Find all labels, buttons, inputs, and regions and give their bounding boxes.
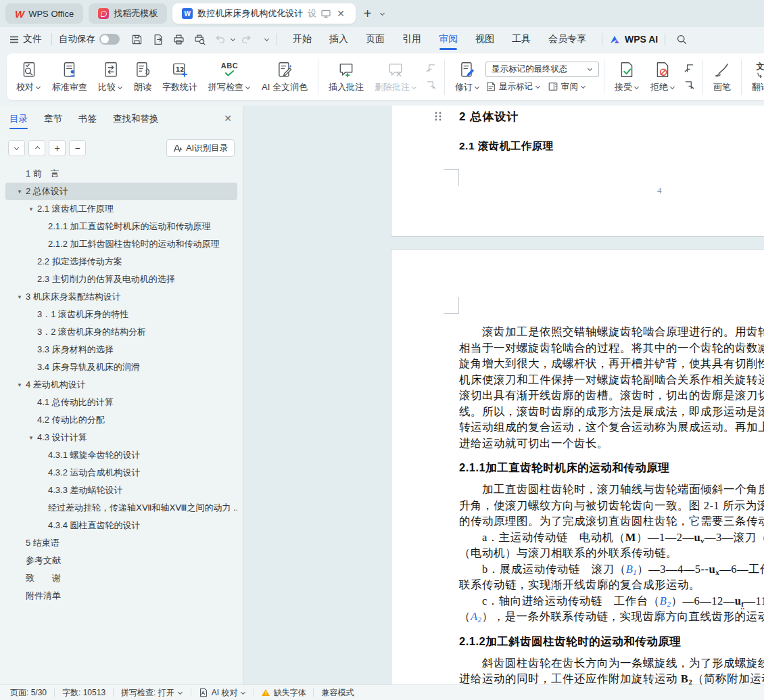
outline-item-label: 1 前 言 <box>26 168 59 180</box>
outline-item[interactable]: 4.3.4 圆柱直齿轮的设计 <box>5 517 237 534</box>
print-button[interactable] <box>168 33 189 46</box>
menu-view[interactable]: 视图 <box>467 28 503 51</box>
search-icon[interactable] <box>672 34 692 45</box>
doc-section-heading: 2.1.1加工直齿轮时机床的运动和传动原理 <box>459 459 764 475</box>
compare-button[interactable]: 比较 <box>93 58 128 96</box>
compatibility-mode-badge[interactable]: 兼容模式 <box>321 687 354 699</box>
menu-insert[interactable]: 插入 <box>320 28 357 51</box>
sidebar-tab-find-replace[interactable]: 查找和替换 <box>113 106 159 133</box>
review-pane-button[interactable]: 审阅 <box>548 81 586 93</box>
outline-item[interactable]: 3．2 滚齿机床身的结构分析 <box>5 323 237 341</box>
close-sidebar-icon[interactable]: ✕ <box>224 114 232 123</box>
file-menu-button[interactable]: 文件 <box>7 33 45 45</box>
expand-arrow-icon[interactable]: ▼ <box>17 382 26 388</box>
collapse-all-button[interactable] <box>28 140 45 156</box>
zoom-in-outline-button[interactable]: + <box>49 140 66 156</box>
outline-item[interactable]: 4.2 传动比的分配 <box>5 411 237 429</box>
insert-comment-button[interactable]: 插入批注 <box>323 58 369 96</box>
wps-ai-button[interactable]: WPS AI <box>609 34 658 45</box>
menu-page[interactable]: 页面 <box>357 28 393 51</box>
reject-button[interactable]: 拒绝 <box>645 58 681 96</box>
outline-item[interactable]: 致 谢 <box>5 569 237 587</box>
outline-item[interactable]: ▼3 机床床身装配结构设计 <box>5 288 237 306</box>
drag-handle-icon[interactable] <box>434 111 442 122</box>
missing-font-warning[interactable]: 缺失字体 <box>262 687 306 699</box>
margin-corner-mark <box>444 169 459 186</box>
outline-item[interactable]: 2.3 主切削力的估算及电动机的选择 <box>5 271 237 288</box>
insert-comment-label: 插入批注 <box>329 81 364 93</box>
sidebar-tab-contents[interactable]: 目录 <box>9 106 28 133</box>
tab-docer-template[interactable]: 找稻壳模板 <box>89 3 167 24</box>
menu-reference[interactable]: 引用 <box>393 28 430 51</box>
wps-logo-icon: W <box>15 8 24 20</box>
brush-button[interactable]: 画笔 <box>708 58 736 96</box>
new-tab-button[interactable]: + <box>361 7 375 20</box>
outline-item[interactable]: ▼2 总体设计 <box>5 183 237 200</box>
next-change-button[interactable] <box>684 80 695 91</box>
word-count-button[interactable]: 12 字数统计 <box>157 58 203 96</box>
show-markup-button[interactable]: 显示标记 <box>485 81 541 93</box>
accept-button[interactable]: 接受 <box>609 58 645 96</box>
menu-home[interactable]: 开始 <box>284 28 320 51</box>
word-count-indicator: 字数: 10513 <box>62 687 105 699</box>
outline-item[interactable]: 3.4 床身导轨及机床的润滑 <box>5 358 237 376</box>
sidebar-tab-bookmarks[interactable]: 书签 <box>78 106 97 133</box>
outline-item[interactable]: 4.3.2 运动合成机构设计 <box>5 464 237 482</box>
spell-check-status[interactable]: 拼写检查: 打开 <box>121 687 183 699</box>
autosave-toggle[interactable] <box>99 34 120 45</box>
ai-proofread-status[interactable]: AI 校对 <box>199 687 247 699</box>
outline-item[interactable]: 1 前 言 <box>5 165 237 183</box>
sidebar-tab-chapters[interactable]: 章节 <box>44 106 62 133</box>
page2-body: 滚齿加工是依照交错轴螺旋齿轮啮合原理进行的。用齿轮滚相当于一对螺旋齿轮啮合的过程… <box>459 324 764 684</box>
standard-review-button[interactable]: 标准审查 <box>47 58 93 96</box>
export-button[interactable] <box>147 33 168 46</box>
save-button[interactable] <box>126 33 147 46</box>
tab-list-chevron-icon[interactable] <box>380 11 385 16</box>
expand-arrow-icon[interactable]: ▼ <box>17 294 26 300</box>
document-page-5[interactable]: 滚齿加工是依照交错轴螺旋齿轮啮合原理进行的。用齿轮滚相当于一对螺旋齿轮啮合的过程… <box>391 249 764 684</box>
outline-item[interactable]: ▼4.3 设计计算 <box>5 429 237 446</box>
expand-all-button[interactable] <box>8 140 25 156</box>
outline-item[interactable]: 2.1.2 加工斜齿圆柱齿轮时的运动和传动原理 <box>5 235 237 253</box>
tab-document-active[interactable]: W 数控机床床身机构优化设计 设 ✕ <box>172 3 356 24</box>
previous-change-button[interactable] <box>684 63 695 74</box>
translate-button[interactable]: 文 A 翻译 <box>746 58 764 96</box>
outline-item[interactable]: 3.3 床身材料的选择 <box>5 341 237 358</box>
spell-check-button[interactable]: ABC 拼写检查 <box>203 58 256 96</box>
expand-arrow-icon[interactable]: ▼ <box>28 435 37 441</box>
outline-item[interactable]: 4.1 总传动比的计算 <box>5 394 237 411</box>
menu-review[interactable]: 审阅 <box>430 28 467 51</box>
doc-chapter-heading: 2 总体设计 <box>459 109 519 124</box>
ai-polish-button[interactable]: AI 全文润色 <box>256 58 313 96</box>
print-preview-button[interactable] <box>189 33 210 46</box>
outline-item[interactable]: 3．1 滚齿机床身的特性 <box>5 306 237 323</box>
track-changes-button[interactable]: 修订 <box>450 58 485 96</box>
outline-item[interactable]: 5 结束语 <box>5 534 237 552</box>
outline-item[interactable]: 2.1.1 加工直齿轮时机床的运动和传动原理 <box>5 218 237 235</box>
outline-item[interactable]: 经过差动挂轮，传递轴ⅩⅦ和轴ⅩⅧ之间的动力 ... <box>5 499 237 517</box>
read-aloud-button[interactable]: 朗读 <box>128 58 157 96</box>
outline-item[interactable]: 4.3.1 螺旋伞齿轮的设计 <box>5 446 237 464</box>
more-commands-chevron-icon[interactable] <box>264 37 270 42</box>
chevron-down-icon <box>475 85 480 90</box>
present-screen-icon[interactable] <box>321 9 331 18</box>
outline-item[interactable]: ▼2.1 滚齿机工作原理 <box>5 200 237 218</box>
menu-tools[interactable]: 工具 <box>503 28 540 51</box>
outline-item[interactable]: 2.2 拟定选择传动方案 <box>5 253 237 271</box>
zoom-out-outline-button[interactable]: − <box>69 140 86 156</box>
outline-item[interactable]: 4.3.3 差动蜗轮设计 <box>5 482 237 499</box>
tab-wps-office[interactable]: W WPS Office <box>5 3 83 24</box>
expand-arrow-icon[interactable]: ▼ <box>17 189 26 195</box>
proofread-button[interactable]: 校对 <box>11 58 47 96</box>
markup-state-dropdown[interactable]: 显示标记的最终状态 <box>485 62 599 77</box>
expand-arrow-icon[interactable]: ▼ <box>28 206 37 212</box>
outline-item[interactable]: 附件清单 <box>5 587 237 605</box>
document-page-4[interactable]: 2 总体设计 2.1 滚齿机工作原理 4 <box>391 106 764 237</box>
outline-item[interactable]: ▼4 差动机构设计 <box>5 376 237 394</box>
divider <box>277 33 277 45</box>
divider <box>191 689 191 697</box>
ai-recognize-toc-button[interactable]: AI识别目录 <box>166 139 235 157</box>
close-tab-icon[interactable]: ✕ <box>335 9 346 18</box>
menu-membership[interactable]: 会员专享 <box>540 28 595 51</box>
outline-item[interactable]: 参考文献 <box>5 552 237 569</box>
